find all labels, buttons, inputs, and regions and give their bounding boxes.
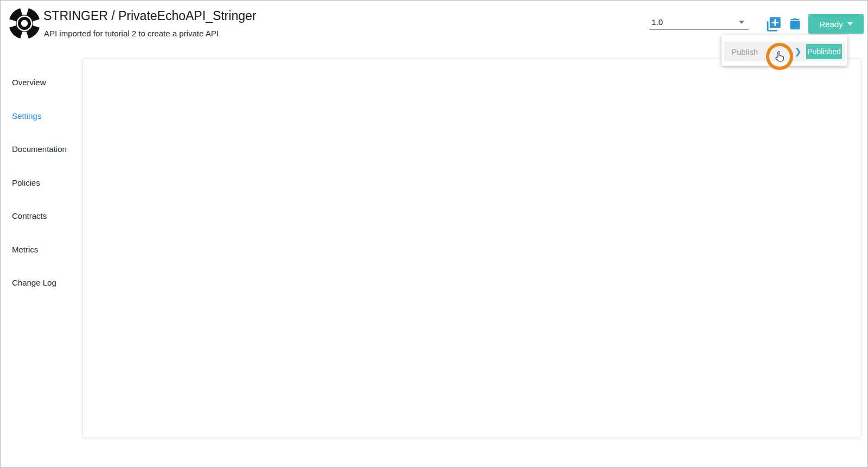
lifecycle-status-button[interactable]: Ready bbox=[808, 14, 864, 34]
app-logo bbox=[8, 7, 41, 42]
settings-content-panel bbox=[82, 58, 861, 438]
sidebar-nav: Overview Settings Documentation Policies… bbox=[0, 78, 82, 312]
chevron-right-icon: ❯ bbox=[794, 46, 801, 56]
page-title: STRINGER / PrivateEchoAPI_Stringer bbox=[43, 9, 256, 23]
sidebar-item-contracts[interactable]: Contracts bbox=[0, 211, 82, 245]
delete-api-button[interactable] bbox=[788, 16, 802, 34]
life-ring-logo-icon bbox=[8, 7, 41, 40]
status-dropdown-menu: Publish ❯ Published bbox=[722, 35, 847, 66]
sidebar-item-metrics[interactable]: Metrics bbox=[0, 245, 82, 279]
sidebar-item-changelog[interactable]: Change Log bbox=[0, 278, 82, 312]
new-version-button[interactable] bbox=[765, 16, 781, 34]
trash-icon bbox=[788, 16, 802, 31]
api-version-value: 1.0 bbox=[652, 17, 663, 27]
menu-item-publish[interactable]: Publish ❯ Published bbox=[724, 42, 845, 61]
api-version-select[interactable]: 1.0 bbox=[649, 15, 749, 30]
chevron-down-icon bbox=[847, 22, 853, 26]
page-subtitle: API imported for tutorial 2 to create a … bbox=[44, 29, 219, 38]
chevron-down-icon bbox=[739, 21, 744, 24]
menu-item-publish-label: Publish bbox=[731, 47, 758, 56]
published-badge: Published bbox=[806, 44, 842, 59]
sidebar-item-documentation[interactable]: Documentation bbox=[0, 144, 82, 178]
sidebar-item-overview[interactable]: Overview bbox=[0, 78, 82, 111]
copy-plus-icon bbox=[765, 16, 781, 32]
sidebar-item-policies[interactable]: Policies bbox=[0, 178, 82, 212]
api-manager-page: { "header": { "title": "STRINGER / Priva… bbox=[0, 0, 868, 468]
lifecycle-status-label: Ready bbox=[819, 20, 843, 29]
sidebar-item-settings[interactable]: Settings bbox=[0, 111, 82, 145]
